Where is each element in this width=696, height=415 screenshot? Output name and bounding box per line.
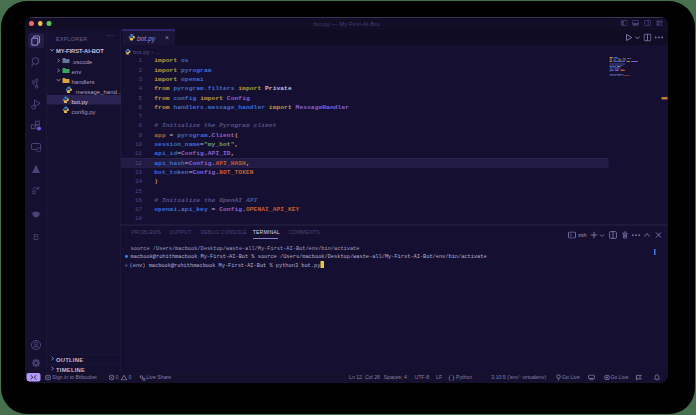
- svg-text:B: B: [33, 232, 39, 242]
